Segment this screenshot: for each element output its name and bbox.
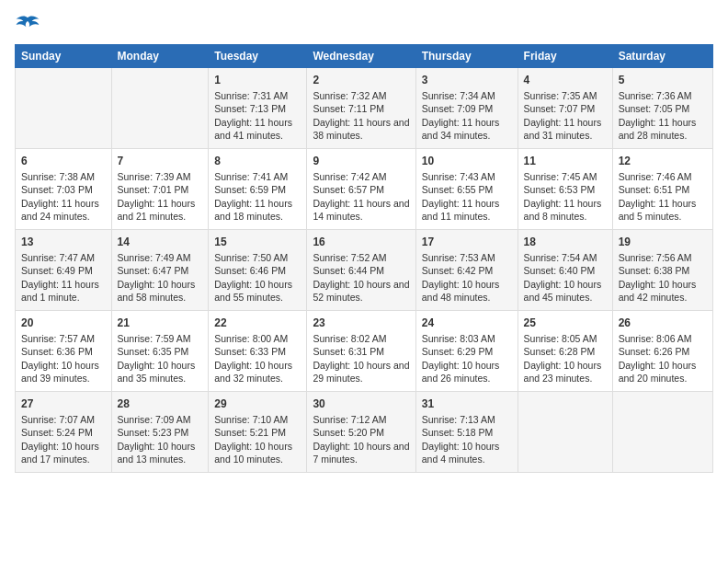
calendar-cell: 20Sunrise: 7:57 AMSunset: 6:36 PMDayligh… <box>16 311 112 392</box>
day-info: Sunrise: 7:36 AM <box>619 89 707 102</box>
calendar-cell: 26Sunrise: 8:06 AMSunset: 6:26 PMDayligh… <box>612 311 712 392</box>
day-info: Sunset: 6:55 PM <box>422 183 512 196</box>
calendar-cell: 11Sunrise: 7:45 AMSunset: 6:53 PMDayligh… <box>518 149 612 230</box>
day-info: Daylight: 11 hours and 34 minutes. <box>422 116 512 142</box>
day-info: Sunset: 6:49 PM <box>21 264 106 277</box>
day-info: Sunset: 6:53 PM <box>524 183 607 196</box>
day-info: Sunrise: 7:54 AM <box>524 251 607 264</box>
calendar-cell: 13Sunrise: 7:47 AMSunset: 6:49 PMDayligh… <box>16 230 112 311</box>
day-info: Daylight: 11 hours and 11 minutes. <box>422 197 512 223</box>
header-sunday: Sunday <box>16 45 112 68</box>
day-info: Sunrise: 7:45 AM <box>524 170 607 183</box>
header-wednesday: Wednesday <box>307 45 415 68</box>
logo <box>15 15 44 35</box>
day-info: Sunrise: 7:13 AM <box>422 413 512 426</box>
day-info: Sunrise: 7:41 AM <box>214 170 301 183</box>
day-info: Sunrise: 7:47 AM <box>21 251 106 264</box>
calendar-cell: 3Sunrise: 7:34 AMSunset: 7:09 PMDaylight… <box>415 68 518 149</box>
day-info: Daylight: 11 hours and 1 minute. <box>21 278 106 304</box>
day-info: Daylight: 10 hours and 20 minutes. <box>619 359 707 385</box>
day-info: Daylight: 11 hours and 41 minutes. <box>214 116 301 142</box>
day-info: Sunset: 6:28 PM <box>524 345 607 358</box>
day-info: Sunset: 5:23 PM <box>118 426 203 439</box>
day-info: Sunset: 7:13 PM <box>214 102 301 115</box>
day-info: Daylight: 10 hours and 17 minutes. <box>21 440 106 465</box>
day-number: 19 <box>619 235 707 249</box>
day-number: 10 <box>422 154 512 168</box>
calendar-cell: 23Sunrise: 8:02 AMSunset: 6:31 PMDayligh… <box>307 311 415 392</box>
day-number: 11 <box>524 154 607 168</box>
day-info: Daylight: 10 hours and 32 minutes. <box>214 359 301 385</box>
day-info: Daylight: 11 hours and 5 minutes. <box>619 197 707 223</box>
day-info: Sunrise: 7:43 AM <box>422 170 512 183</box>
day-info: Sunrise: 7:42 AM <box>313 170 409 183</box>
day-info: Sunset: 6:46 PM <box>214 264 301 277</box>
day-info: Sunset: 6:38 PM <box>619 264 707 277</box>
day-info: Daylight: 10 hours and 4 minutes. <box>422 440 512 465</box>
day-info: Daylight: 11 hours and 8 minutes. <box>524 197 607 223</box>
day-info: Sunrise: 7:56 AM <box>619 251 707 264</box>
calendar-cell: 14Sunrise: 7:49 AMSunset: 6:47 PMDayligh… <box>111 230 209 311</box>
calendar-cell: 10Sunrise: 7:43 AMSunset: 6:55 PMDayligh… <box>415 149 518 230</box>
calendar-cell: 12Sunrise: 7:46 AMSunset: 6:51 PMDayligh… <box>612 149 712 230</box>
day-info: Sunset: 5:18 PM <box>422 426 512 439</box>
week-row-4: 20Sunrise: 7:57 AMSunset: 6:36 PMDayligh… <box>16 311 713 392</box>
calendar-cell: 18Sunrise: 7:54 AMSunset: 6:40 PMDayligh… <box>518 230 612 311</box>
day-info: Sunset: 6:40 PM <box>524 264 607 277</box>
day-info: Sunset: 6:31 PM <box>313 345 409 358</box>
calendar-cell: 21Sunrise: 7:59 AMSunset: 6:35 PMDayligh… <box>111 311 209 392</box>
calendar-cell <box>518 392 612 473</box>
day-info: Sunset: 7:09 PM <box>422 102 512 115</box>
header-tuesday: Tuesday <box>209 45 307 68</box>
day-number: 30 <box>313 396 409 411</box>
day-info: Daylight: 10 hours and 52 minutes. <box>313 278 409 304</box>
day-info: Sunrise: 7:38 AM <box>21 170 106 183</box>
day-info: Sunrise: 7:31 AM <box>214 89 301 102</box>
calendar-cell: 2Sunrise: 7:32 AMSunset: 7:11 PMDaylight… <box>307 68 415 149</box>
day-number: 6 <box>21 154 106 168</box>
day-number: 4 <box>524 73 607 87</box>
day-info: Sunrise: 8:03 AM <box>422 332 512 345</box>
day-info: Daylight: 11 hours and 38 minutes. <box>313 116 409 142</box>
day-info: Daylight: 11 hours and 24 minutes. <box>21 197 106 223</box>
day-number: 1 <box>214 73 301 87</box>
day-info: Sunrise: 8:05 AM <box>524 332 607 345</box>
day-info: Daylight: 10 hours and 35 minutes. <box>118 359 203 385</box>
calendar-cell: 27Sunrise: 7:07 AMSunset: 5:24 PMDayligh… <box>16 392 112 473</box>
header-saturday: Saturday <box>612 45 712 68</box>
calendar-cell: 30Sunrise: 7:12 AMSunset: 5:20 PMDayligh… <box>307 392 415 473</box>
day-info: Sunrise: 7:35 AM <box>524 89 607 102</box>
day-number: 12 <box>619 154 707 168</box>
calendar-cell: 4Sunrise: 7:35 AMSunset: 7:07 PMDaylight… <box>518 68 612 149</box>
day-number: 16 <box>313 235 409 249</box>
day-info: Daylight: 10 hours and 45 minutes. <box>524 278 607 304</box>
day-info: Sunset: 6:26 PM <box>619 345 707 358</box>
day-info: Sunrise: 7:09 AM <box>118 413 203 426</box>
day-number: 31 <box>422 396 512 411</box>
day-number: 3 <box>422 73 512 87</box>
day-number: 13 <box>21 235 106 249</box>
week-row-1: 1Sunrise: 7:31 AMSunset: 7:13 PMDaylight… <box>16 68 713 149</box>
calendar-cell: 6Sunrise: 7:38 AMSunset: 7:03 PMDaylight… <box>16 149 112 230</box>
day-number: 9 <box>313 154 409 168</box>
week-row-2: 6Sunrise: 7:38 AMSunset: 7:03 PMDaylight… <box>16 149 713 230</box>
day-info: Sunset: 7:01 PM <box>118 183 203 196</box>
day-info: Sunset: 5:21 PM <box>214 426 301 439</box>
day-number: 17 <box>422 235 512 249</box>
day-info: Sunrise: 7:12 AM <box>313 413 409 426</box>
calendar-cell: 24Sunrise: 8:03 AMSunset: 6:29 PMDayligh… <box>415 311 518 392</box>
day-number: 5 <box>619 73 707 87</box>
day-number: 21 <box>118 316 203 330</box>
day-info: Daylight: 10 hours and 23 minutes. <box>524 359 607 385</box>
calendar-cell: 31Sunrise: 7:13 AMSunset: 5:18 PMDayligh… <box>415 392 518 473</box>
calendar-cell <box>16 68 112 149</box>
calendar-header: SundayMondayTuesdayWednesdayThursdayFrid… <box>16 45 713 68</box>
calendar-cell: 5Sunrise: 7:36 AMSunset: 7:05 PMDaylight… <box>612 68 712 149</box>
day-info: Daylight: 11 hours and 18 minutes. <box>214 197 301 223</box>
calendar-cell: 25Sunrise: 8:05 AMSunset: 6:28 PMDayligh… <box>518 311 612 392</box>
day-info: Daylight: 10 hours and 13 minutes. <box>118 440 203 465</box>
day-number: 29 <box>214 396 301 411</box>
day-info: Sunset: 6:36 PM <box>21 345 106 358</box>
day-info: Sunrise: 7:32 AM <box>313 89 409 102</box>
day-info: Daylight: 10 hours and 48 minutes. <box>422 278 512 304</box>
